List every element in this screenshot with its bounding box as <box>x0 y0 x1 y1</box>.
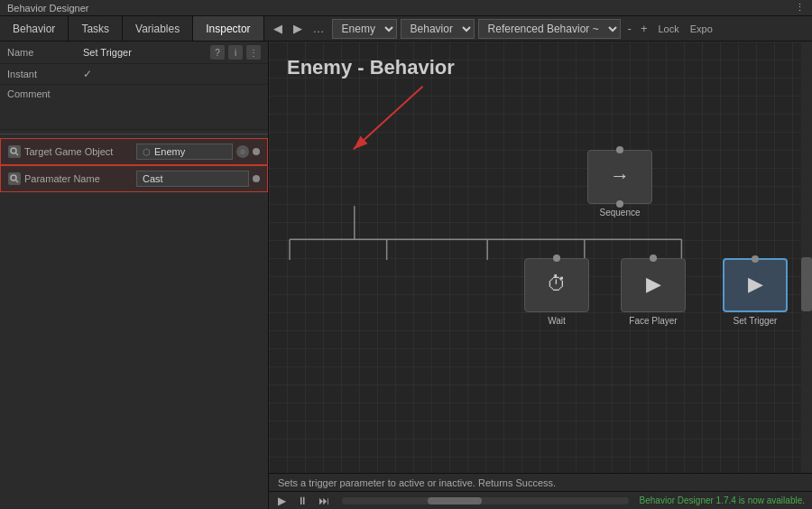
target-value-container: ⬡ Enemy ○ <box>136 143 260 160</box>
wait1-connector-top <box>553 255 560 262</box>
set-trigger-label: Set Trigger <box>734 316 778 326</box>
target-circle-btn[interactable]: ○ <box>236 145 249 158</box>
set-trigger-node[interactable]: ▶ Set Trigger <box>723 258 788 326</box>
tab-variables[interactable]: Variables <box>123 16 193 41</box>
tab-tasks[interactable]: Tasks <box>69 16 123 41</box>
face-player-node-box[interactable]: ▶ <box>621 258 686 312</box>
sequence-connector-top <box>616 146 623 153</box>
set-trigger-icon: ▶ <box>748 273 763 296</box>
minus-button[interactable]: - <box>624 20 635 37</box>
comment-label: Comment <box>7 88 261 99</box>
target-label: Target Game Object <box>24 146 133 157</box>
svg-line-3 <box>16 180 19 183</box>
wait1-icon: ⏱ <box>547 273 567 296</box>
dots-button[interactable]: … <box>309 20 328 37</box>
param-dot <box>253 175 260 182</box>
tab-inspector[interactable]: Inspector <box>193 16 263 41</box>
right-panel: Enemy - Behavior <box>269 42 812 509</box>
sequence-icon: → <box>610 164 630 188</box>
info-icon[interactable]: i <box>228 45 243 60</box>
target-search-icon <box>8 145 21 158</box>
param-name-row: Paramater Name Cast <box>0 165 268 192</box>
step-button[interactable]: ⏭ <box>317 495 331 507</box>
target-value-icon: ⬡ <box>143 147 151 157</box>
name-value: Set Trigger <box>83 47 207 58</box>
target-game-object-row: Target Game Object ⬡ Enemy ○ <box>0 138 268 165</box>
export-button[interactable]: Expo <box>687 22 716 36</box>
title-bar: Behavior Designer ⋮ <box>0 0 812 16</box>
target-value[interactable]: ⬡ Enemy <box>136 143 233 160</box>
main-layout: Name Set Trigger ? i ⋮ Instant ✓ Comment… <box>0 42 812 509</box>
instant-row: Instant ✓ <box>0 64 268 85</box>
name-row: Name Set Trigger ? i ⋮ <box>0 42 268 64</box>
menu-icon[interactable]: ⋮ <box>246 45 261 60</box>
svg-point-0 <box>11 148 16 153</box>
title-bar-text: Behavior Designer <box>7 3 89 14</box>
right-scrollbar-thumb <box>801 257 812 311</box>
comment-area: Comment <box>0 85 268 130</box>
lock-button[interactable]: Lock <box>655 22 683 36</box>
sequence-node-box[interactable]: → <box>587 150 652 204</box>
referenced-behavior-dropdown[interactable]: Referenced Behavior ~ <box>478 19 621 39</box>
wait1-label: Wait <box>548 316 566 326</box>
wait1-node-box[interactable]: ⏱ <box>524 258 589 312</box>
top-nav: Behavior Tasks Variables Inspector ◀ ▶ …… <box>0 16 812 42</box>
nav-controls: ◀ ▶ … Enemy Behavior Referenced Behavior… <box>264 19 722 39</box>
sequence-connector-bottom <box>616 200 623 208</box>
face-player-node[interactable]: ▶ Face Player <box>621 258 686 326</box>
right-scrollbar[interactable] <box>801 42 812 473</box>
behavior-dropdown[interactable]: Behavior <box>401 19 475 39</box>
panel-divider <box>0 134 268 134</box>
horizontal-scrollbar[interactable] <box>342 497 629 504</box>
plus-button[interactable]: + <box>637 20 651 37</box>
svg-line-1 <box>16 153 19 156</box>
param-value-text: Cast <box>143 173 163 184</box>
name-label: Name <box>7 47 79 58</box>
bottom-controls: ▶ ⏸ ⏭ Behavior Designer 1.7.4 is now ava… <box>269 491 812 509</box>
instant-check[interactable]: ✓ <box>83 68 92 80</box>
wait1-node[interactable]: ⏱ Wait <box>524 258 589 326</box>
instant-label: Instant <box>7 69 79 79</box>
tab-behavior[interactable]: Behavior <box>0 16 69 41</box>
set-trigger-node-box[interactable]: ▶ <box>723 258 788 312</box>
next-button[interactable]: ▶ <box>290 20 306 37</box>
zoom-controls: - + <box>624 20 651 37</box>
param-value[interactable]: Cast <box>136 171 249 187</box>
set-trigger-connector-top <box>752 255 759 263</box>
prev-button[interactable]: ◀ <box>270 20 286 37</box>
param-search-icon <box>8 172 21 185</box>
status-text: Sets a trigger parameter to active or in… <box>269 474 812 491</box>
play-button[interactable]: ▶ <box>276 495 288 507</box>
left-panel: Name Set Trigger ? i ⋮ Instant ✓ Comment… <box>0 42 269 509</box>
nodes-container: → Sequence ⏱ Wait ▶ Face Player <box>269 42 812 473</box>
bottom-bar: Sets a trigger parameter to active or in… <box>269 473 812 509</box>
param-label: Paramater Name <box>24 173 133 184</box>
face-player-icon: ▶ <box>646 273 661 296</box>
target-dot <box>253 148 260 155</box>
face-player-connector-top <box>650 255 657 262</box>
face-player-label: Face Player <box>629 316 677 326</box>
target-value-text: Enemy <box>154 146 185 157</box>
pause-button[interactable]: ⏸ <box>295 495 309 507</box>
horizontal-scrollbar-thumb <box>428 497 482 504</box>
sequence-label: Sequence <box>599 208 640 217</box>
enemy-dropdown[interactable]: Enemy <box>332 19 397 39</box>
sequence-node[interactable]: → Sequence <box>587 150 652 217</box>
param-value-container: Cast <box>136 171 260 187</box>
help-icon[interactable]: ? <box>210 45 225 60</box>
version-text: Behavior Designer 1.7.4 is now available… <box>640 495 805 505</box>
title-bar-menu-icon[interactable]: ⋮ <box>795 2 805 14</box>
svg-point-2 <box>11 175 16 180</box>
